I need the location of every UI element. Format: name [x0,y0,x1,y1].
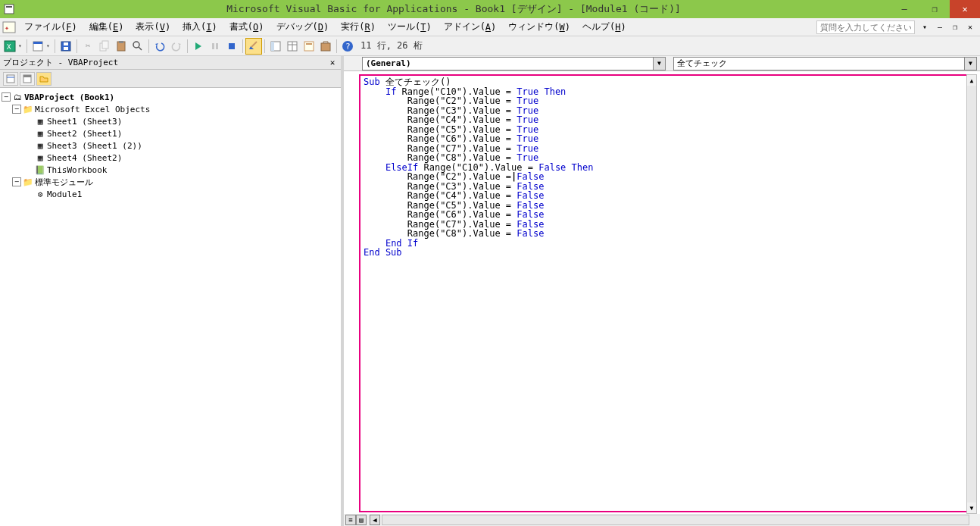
svg-rect-14 [119,41,123,43]
project-tree[interactable]: − 🗂 VBAProject (Book1) − 📁 Microsoft Exc… [0,88,341,526]
chevron-down-icon[interactable]: ▼ [964,58,976,70]
view-object-button[interactable] [20,72,35,86]
tree-sheet[interactable]: ▦Sheet3 (Sheet1 (2)) [2,139,339,152]
dropdown-icon[interactable]: ▾ [18,42,24,49]
paste-button[interactable] [113,38,130,55]
tree-sheet[interactable]: ▦Sheet2 (Sheet1) [2,127,339,139]
tree-thisworkbook-label[interactable]: ThisWorkbook [47,165,107,175]
toggle-folders-button[interactable] [36,72,51,86]
tree-thisworkbook[interactable]: 📗ThisWorkbook [2,164,339,176]
undo-button[interactable] [151,38,168,55]
code-editor[interactable]: Sub 全てチェック() If Range("C10").Value = Tru… [359,74,969,512]
child-restore-button[interactable]: ❐ [950,22,960,33]
horizontal-scrollbar[interactable] [382,515,969,525]
properties-button[interactable] [284,38,301,55]
svg-rect-28 [321,43,330,51]
design-mode-button[interactable] [245,38,262,55]
tree-folder-modules[interactable]: − 📁 標準モジュール [2,176,339,188]
tree-sheet-label[interactable]: Sheet3 (Sheet1 (2)) [47,141,142,151]
vba-icon: ✦ [0,18,18,36]
menu-edit[interactable]: 編集(E) [83,18,130,36]
code-dropdown-row: (General) ▼ 全てチェック ▼ [344,56,980,71]
chevron-down-icon[interactable]: ▼ [653,58,665,70]
svg-rect-34 [23,75,31,77]
object-dropdown[interactable]: (General) ▼ [362,57,666,70]
workbook-icon: 📗 [35,164,45,175]
menu-help[interactable]: ヘルプ(H) [576,18,632,36]
minimize-button[interactable]: — [889,0,919,18]
tree-sheet-label[interactable]: Sheet1 (Sheet3) [47,117,122,127]
pause-button[interactable] [207,38,223,55]
tree-sheet-label[interactable]: Sheet4 (Sheet2) [47,153,122,163]
copy-button[interactable] [96,38,113,55]
menu-window[interactable]: ウィンドウ(W) [502,18,576,36]
tree-root[interactable]: − 🗂 VBAProject (Book1) [2,91,339,103]
menu-help-label: ヘルプ( [582,20,615,33]
module-icon: ⚙ [35,189,45,199]
vertical-scrollbar[interactable]: ▲ ▼ [966,74,977,514]
code-window: (General) ▼ 全てチェック ▼ Sub 全てチェック() If Ran… [344,56,980,526]
project-panel-title-text: プロジェクト - VBAProject [3,57,118,68]
svg-rect-17 [212,43,214,49]
tree-sheet[interactable]: ▦Sheet1 (Sheet3) [2,115,339,127]
maximize-button[interactable]: ❐ [919,0,950,18]
help-dropdown-icon[interactable]: ▾ [919,22,930,33]
project-explorer-button[interactable] [267,38,284,55]
project-panel-close-button[interactable]: ✕ [327,58,338,68]
stop-button[interactable] [223,38,240,55]
tree-module-label[interactable]: Module1 [47,189,82,199]
menu-file[interactable]: ファイル(F) [18,18,83,36]
tree-folder-objects-label[interactable]: Microsoft Excel Objects [35,105,150,114]
menu-format[interactable]: 書式(O) [223,18,270,36]
svg-text:?: ? [345,42,351,52]
menu-file-label: ファイル( [24,20,66,33]
project-icon: 🗂 [12,92,23,102]
full-module-view-button[interactable]: ▤ [356,515,367,525]
dropdown-icon[interactable]: ▾ [46,42,52,49]
tree-folder-modules-label[interactable]: 標準モジュール [35,177,93,188]
save-button[interactable] [58,38,74,55]
project-panel-toolbar [0,70,341,88]
redo-button[interactable] [168,38,185,55]
menu-view[interactable]: 表示(V) [130,18,176,36]
scroll-up-icon[interactable]: ▲ [967,75,976,86]
object-browser-button[interactable] [301,38,317,55]
procedure-view-button[interactable]: ≡ [345,515,356,525]
svg-rect-26 [304,42,314,51]
menu-addin[interactable]: アドイン(A) [438,18,503,36]
find-button[interactable] [130,38,146,55]
tree-module[interactable]: ⚙Module1 [2,188,339,200]
help-button[interactable]: ? [339,38,356,55]
collapse-icon[interactable]: − [2,92,11,102]
help-search-input[interactable] [816,20,915,34]
close-button[interactable]: ✕ [950,0,980,18]
view-code-button[interactable] [3,72,18,86]
child-minimize-button[interactable]: — [935,22,945,33]
procedure-dropdown[interactable]: 全てチェック ▼ [673,57,977,70]
insert-userform-button[interactable] [30,38,46,55]
tree-sheet[interactable]: ▦Sheet4 (Sheet2) [2,152,339,164]
collapse-icon[interactable]: − [12,105,21,114]
svg-rect-1 [6,6,12,8]
view-excel-button[interactable]: X [2,38,18,55]
tree-root-label[interactable]: VBAProject (Book1) [24,92,114,102]
cursor-position: 11 行, 26 桁 [356,39,427,52]
collapse-icon[interactable]: − [12,177,21,186]
child-close-button[interactable]: ✕ [965,22,975,33]
menu-debug[interactable]: デバッグ(D) [270,18,336,36]
menu-tools[interactable]: ツール(T) [382,18,438,36]
tree-folder-objects[interactable]: − 📁 Microsoft Excel Objects [2,103,339,115]
cut-button[interactable]: ✂ [80,38,96,55]
tree-sheet-label[interactable]: Sheet2 (Sheet1) [47,129,122,139]
scroll-left-icon[interactable]: ◀ [370,515,380,525]
toolbox-button[interactable] [317,38,334,55]
object-dropdown-value: (General) [366,58,411,68]
svg-rect-22 [271,42,274,51]
menu-view-label: 表示( [136,20,159,33]
scroll-down-icon[interactable]: ▼ [967,503,976,513]
menu-run[interactable]: 実行(R) [335,18,382,36]
menu-insert[interactable]: 挿入(I) [176,18,223,36]
menu-tools-label: ツール( [388,20,420,33]
run-button[interactable] [190,38,207,55]
menu-edit-label: 編集( [89,20,113,33]
